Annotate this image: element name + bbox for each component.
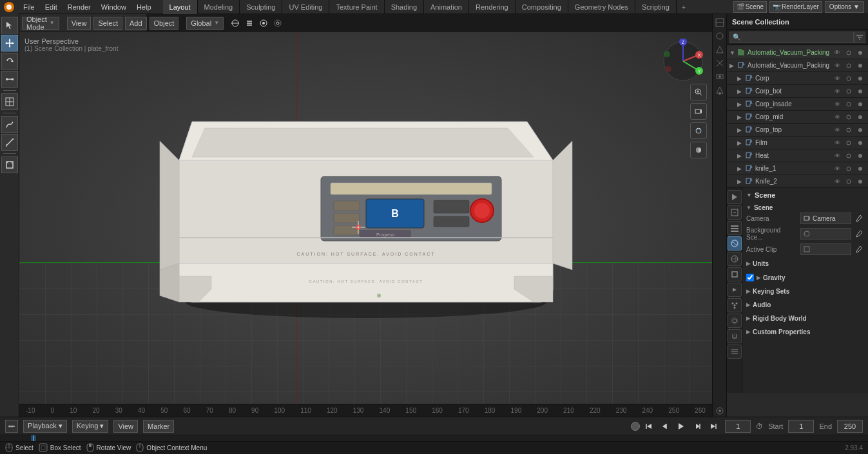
cursor-tool-btn[interactable]	[1, 17, 18, 33]
item-render-btn[interactable]	[855, 176, 865, 187]
prev-frame-btn[interactable]	[658, 420, 671, 433]
outliner-item[interactable]: ▶ Corp_top 👁	[727, 124, 868, 137]
scene-section-title[interactable]: ▼ Scene	[746, 191, 864, 199]
particles-props-tab[interactable]	[728, 298, 742, 312]
next-frame-btn[interactable]	[691, 420, 704, 433]
end-frame-input[interactable]: 250	[837, 420, 863, 433]
item-render-btn[interactable]	[855, 151, 865, 161]
item-visibility-btn[interactable]: 👁	[832, 164, 842, 174]
keying-sets-title[interactable]: ▶ Keying Sets	[746, 287, 864, 296]
outliner-item[interactable]: ▶ Corp_insade 👁	[727, 98, 868, 111]
object-mode-dropdown[interactable]: Object Mode ▼	[22, 17, 59, 30]
view-icon-1[interactable]	[714, 17, 726, 28]
outliner-item[interactable]: ▶ Heat 👁	[727, 149, 868, 162]
zoom-in-btn[interactable]	[690, 84, 707, 100]
camera-value[interactable]: Camera	[800, 213, 851, 224]
modifier-props-tab[interactable]	[728, 283, 742, 297]
outliner-item[interactable]: ▶ Corp_bot 👁	[727, 85, 868, 98]
jump-end-btn[interactable]	[707, 420, 720, 433]
add-cube-btn[interactable]	[1, 156, 18, 173]
item-viewport-btn[interactable]	[844, 112, 854, 122]
active-clip-eyedropper[interactable]	[854, 244, 864, 254]
item-viewport-btn[interactable]	[844, 99, 854, 109]
item-viewport-btn[interactable]	[844, 138, 854, 148]
camera-view-btn[interactable]	[690, 103, 707, 120]
viewport-shading-btn[interactable]	[690, 142, 707, 158]
scale-tool-btn[interactable]	[1, 71, 18, 88]
move-tool-btn[interactable]	[1, 35, 18, 52]
tab-compositing[interactable]: Compositing	[516, 0, 568, 14]
menu-help[interactable]: Help	[131, 0, 157, 14]
item-render-btn[interactable]	[855, 73, 865, 84]
object-menu-btn[interactable]: Object	[149, 17, 179, 30]
start-frame-input[interactable]: 1	[788, 420, 814, 433]
scene-selector[interactable]: 🎬 Scene	[733, 1, 767, 13]
item-visibility-btn[interactable]: 👁	[832, 176, 842, 187]
viewport-icon[interactable]	[844, 48, 854, 58]
view-menu-btn-tl[interactable]: View	[113, 420, 138, 433]
measure-tool-btn[interactable]	[1, 134, 18, 151]
tab-uv-editing[interactable]: UV Editing	[282, 0, 329, 14]
tab-texture-paint[interactable]: Texture Paint	[329, 0, 384, 14]
scene-props-tab[interactable]	[728, 236, 742, 251]
add-menu-btn[interactable]: Add	[125, 17, 147, 30]
camera-eyedropper[interactable]	[854, 213, 864, 223]
item-render-btn[interactable]	[855, 86, 865, 97]
render-preview-btn[interactable]	[690, 122, 707, 139]
keying-menu-btn[interactable]: Keying ▾	[72, 420, 109, 433]
item-visibility-btn[interactable]: 👁	[832, 99, 842, 109]
item-visibility-btn[interactable]: 👁	[832, 86, 842, 97]
visibility-icon[interactable]: 👁	[832, 48, 842, 58]
snap-icon[interactable]	[257, 17, 270, 30]
timeline-type-btn[interactable]	[5, 420, 18, 433]
item-render-btn[interactable]	[855, 125, 865, 135]
view-layer-tab[interactable]	[728, 221, 742, 235]
bg-scene-value[interactable]	[800, 228, 851, 240]
item-visibility-btn[interactable]: 👁	[832, 73, 842, 84]
physics-props-tab[interactable]	[728, 314, 742, 328]
rotate-tool-btn[interactable]	[1, 53, 18, 70]
scene-sub-title[interactable]: ▼ Scene	[746, 203, 864, 213]
tab-modeling[interactable]: Modeling	[198, 0, 240, 14]
constraints-props-tab[interactable]	[728, 329, 742, 343]
item-render-btn[interactable]	[855, 99, 865, 109]
rigid-body-title[interactable]: ▶ Rigid Body World	[746, 314, 864, 323]
output-props-tab[interactable]	[728, 205, 742, 220]
item-visibility-btn[interactable]: 👁	[832, 61, 842, 71]
marker-menu-btn[interactable]: Marker	[143, 420, 174, 433]
tab-geometry-nodes[interactable]: Geometry Nodes	[568, 0, 635, 14]
view-icon-4[interactable]	[714, 57, 726, 69]
outliner-filter-btn[interactable]	[854, 32, 865, 43]
item-viewport-btn[interactable]	[844, 86, 854, 97]
outliner-item[interactable]: ▶ Corp 👁	[727, 72, 868, 85]
outliner-item[interactable]: ▶ Automatic_Vacuum_Packing 👁	[727, 59, 868, 72]
view-icon-bottom[interactable]	[714, 405, 726, 417]
outliner-search-input[interactable]	[729, 32, 854, 43]
bg-scene-eyedropper[interactable]	[854, 229, 864, 239]
outliner-item[interactable]: ▶ Knife_2 👁	[727, 175, 868, 187]
item-render-btn[interactable]	[855, 61, 865, 71]
item-viewport-btn[interactable]	[844, 151, 854, 161]
item-render-btn[interactable]	[855, 164, 865, 174]
item-viewport-btn[interactable]	[844, 61, 854, 71]
render-props-tab[interactable]	[728, 190, 742, 204]
menu-window[interactable]: Window	[96, 0, 131, 14]
tab-scripting[interactable]: Scripting	[635, 0, 677, 14]
gravity-sub-title[interactable]: ▶ Gravity	[746, 272, 864, 283]
item-visibility-btn[interactable]: 👁	[832, 112, 842, 122]
record-btn[interactable]	[631, 422, 640, 431]
custom-props-title[interactable]: ▶ Custom Properties	[746, 327, 864, 337]
play-btn[interactable]	[673, 420, 689, 433]
view-icon-3[interactable]	[714, 44, 726, 55]
data-props-tab[interactable]	[728, 345, 742, 359]
view-icon-6[interactable]	[714, 84, 726, 96]
outliner-item[interactable]: ▶ Film 👁	[727, 137, 868, 149]
item-viewport-btn[interactable]	[844, 73, 854, 84]
outliner-item[interactable]: ▶ Corp_mid 👁	[727, 111, 868, 124]
item-render-btn[interactable]	[855, 138, 865, 148]
transform-icon-2[interactable]	[243, 17, 256, 30]
item-visibility-btn[interactable]: 👁	[832, 138, 842, 148]
item-viewport-btn[interactable]	[844, 164, 854, 174]
view-icon-5[interactable]	[714, 71, 726, 82]
tab-rendering[interactable]: Rendering	[469, 0, 516, 14]
